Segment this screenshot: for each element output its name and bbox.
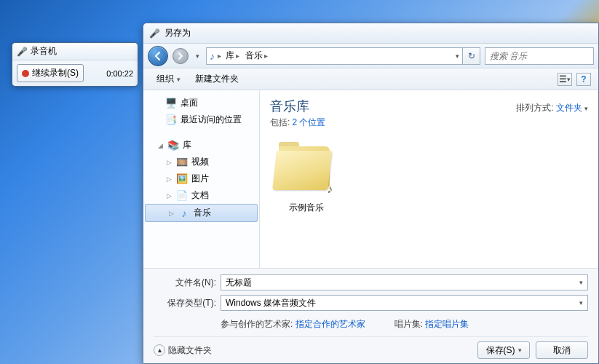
filetype-label: 保存类型(T): bbox=[154, 297, 216, 309]
search-box[interactable] bbox=[485, 47, 594, 65]
save-as-dialog: 🎤 另存为 ▾ ♪ ▸ 库 ▸ 音乐 ▸ ▾ ↻ 组织 ▾ bbox=[143, 23, 599, 364]
specify-album-link[interactable]: 指定唱片集 bbox=[425, 319, 469, 329]
tree-label: 文档 bbox=[191, 189, 209, 202]
filetype-value: Windows 媒体音频文件 bbox=[226, 297, 316, 309]
save-button-label: 保存(S) bbox=[486, 344, 515, 357]
tree-label: 桌面 bbox=[181, 97, 198, 109]
navigation-tree: 🖥️ 桌面 📑 最近访问的位置 ◢ 📚 库 ▷ 🎞️ 视频 ▷ 🖼️ 图 bbox=[143, 90, 260, 268]
search-input[interactable] bbox=[490, 51, 589, 61]
breadcrumb-separator: ▸ bbox=[218, 52, 221, 60]
nav-back-button[interactable] bbox=[148, 46, 168, 66]
arrow-right-icon bbox=[177, 52, 184, 60]
tree-item-music[interactable]: ▷ ♪ 音乐 bbox=[145, 204, 258, 222]
continue-recording-button[interactable]: 继续录制(S) bbox=[17, 64, 84, 82]
music-overlay-icon: ♪ bbox=[327, 183, 333, 196]
save-as-titlebar[interactable]: 🎤 另存为 bbox=[143, 23, 598, 44]
folder-label: 示例音乐 bbox=[270, 202, 343, 214]
album-label: 唱片集: bbox=[394, 319, 423, 329]
folder-sample-music[interactable]: ♪ 示例音乐 bbox=[270, 142, 343, 214]
content-panel: 音乐库 包括: 2 个位置 排列方式: 文件夹 ▾ bbox=[260, 90, 598, 268]
address-dropdown-icon[interactable]: ▾ bbox=[456, 52, 459, 60]
tree-label: 视频 bbox=[191, 156, 209, 168]
library-header: 音乐库 包括: 2 个位置 排列方式: 文件夹 ▾ bbox=[260, 90, 598, 133]
save-as-title: 另存为 bbox=[164, 27, 191, 39]
help-button[interactable]: ? bbox=[576, 73, 591, 86]
folder-icon: ♪ bbox=[274, 142, 338, 199]
sound-recorder-titlebar[interactable]: 🎤 录音机 bbox=[12, 43, 138, 60]
tree-item-library[interactable]: ◢ 📚 库 bbox=[143, 137, 259, 154]
sound-recorder-body: 继续录制(S) 0:00:22 bbox=[12, 60, 138, 86]
save-button[interactable]: 保存(S) ▾ bbox=[477, 341, 530, 359]
tree-label: 库 bbox=[183, 139, 191, 151]
view-options-button[interactable]: ☰▾ bbox=[558, 73, 572, 86]
cancel-button-label: 取消 bbox=[553, 344, 571, 357]
tree-label: 最近访问的位置 bbox=[181, 114, 242, 126]
file-items-area[interactable]: ♪ 示例音乐 bbox=[260, 133, 598, 268]
refresh-button[interactable]: ↻ bbox=[463, 47, 480, 65]
record-dot-icon bbox=[22, 70, 29, 77]
desktop-icon: 🖥️ bbox=[165, 98, 177, 109]
locations-link[interactable]: 2 个位置 bbox=[292, 117, 325, 127]
nav-history-dropdown[interactable]: ▾ bbox=[193, 48, 202, 64]
tree-item-recent[interactable]: 📑 最近访问的位置 bbox=[143, 111, 259, 128]
dialog-app-icon: 🎤 bbox=[149, 28, 160, 39]
music-icon: ♪ bbox=[178, 207, 190, 219]
dialog-button-row: ▴ 隐藏文件夹 保存(S) ▾ 取消 bbox=[154, 336, 588, 359]
expand-icon[interactable]: ▷ bbox=[167, 210, 175, 217]
chevron-down-icon[interactable]: ▾ bbox=[579, 299, 583, 306]
new-folder-button[interactable]: 新建文件夹 bbox=[189, 71, 245, 87]
tree-item-desktop[interactable]: 🖥️ 桌面 bbox=[143, 95, 259, 111]
save-form: 文件名(N): 无标题 ▾ 保存类型(T): Windows 媒体音频文件 ▾ … bbox=[143, 268, 598, 363]
main-panel: 🖥️ 桌面 📑 最近访问的位置 ◢ 📚 库 ▷ 🎞️ 视频 ▷ 🖼️ 图 bbox=[143, 90, 598, 268]
library-subtitle: 包括: 2 个位置 bbox=[270, 116, 325, 129]
filename-field[interactable]: 无标题 ▾ bbox=[221, 274, 588, 290]
filename-label: 文件名(N): bbox=[154, 277, 216, 289]
breadcrumb-library[interactable]: 库 ▸ bbox=[224, 50, 241, 62]
new-folder-label: 新建文件夹 bbox=[195, 73, 239, 85]
sound-recorder-window: 🎤 录音机 继续录制(S) 0:00:22 bbox=[12, 42, 138, 87]
expand-icon[interactable]: ▷ bbox=[165, 192, 172, 199]
view-icon: ☰ bbox=[559, 74, 567, 84]
filetype-dropdown[interactable]: Windows 媒体音频文件 ▾ bbox=[221, 295, 588, 311]
video-icon: 🎞️ bbox=[176, 157, 188, 168]
arrow-left-icon bbox=[153, 51, 163, 61]
tree-item-documents[interactable]: ▷ 📄 文档 bbox=[143, 187, 259, 204]
artists-label: 参与创作的艺术家: bbox=[221, 319, 293, 329]
chevron-down-icon: ▾ bbox=[177, 76, 181, 83]
sound-recorder-title: 录音机 bbox=[31, 45, 57, 58]
tree-item-videos[interactable]: ▷ 🎞️ 视频 bbox=[143, 154, 259, 170]
chevron-down-icon: ▾ bbox=[584, 105, 588, 112]
filename-value: 无标题 bbox=[226, 277, 252, 289]
tree-label: 图片 bbox=[191, 173, 209, 185]
specify-artists-link[interactable]: 指定合作的艺术家 bbox=[295, 319, 365, 329]
library-title: 音乐库 bbox=[270, 98, 325, 115]
hide-folders-toggle[interactable]: ▴ 隐藏文件夹 bbox=[154, 344, 212, 357]
expand-icon[interactable]: ▷ bbox=[165, 159, 172, 166]
tree-label: 音乐 bbox=[194, 207, 211, 219]
metadata-row: 参与创作的艺术家: 指定合作的艺术家 唱片集: 指定唱片集 bbox=[154, 315, 588, 336]
collapse-icon[interactable]: ◢ bbox=[156, 142, 164, 149]
microphone-icon: 🎤 bbox=[17, 47, 28, 57]
cancel-button[interactable]: 取消 bbox=[536, 341, 588, 359]
continue-recording-label: 继续录制(S) bbox=[32, 67, 79, 79]
music-note-icon: ♪ bbox=[210, 50, 215, 62]
navigation-bar: ▾ ♪ ▸ 库 ▸ 音乐 ▸ ▾ ↻ bbox=[143, 44, 598, 68]
chevron-down-icon[interactable]: ▾ bbox=[579, 279, 583, 286]
organize-label: 组织 bbox=[156, 73, 174, 85]
arrange-by: 排列方式: 文件夹 ▾ bbox=[516, 98, 588, 114]
breadcrumb-music[interactable]: 音乐 ▸ bbox=[244, 50, 269, 62]
expand-icon[interactable]: ▷ bbox=[165, 175, 172, 183]
recent-icon: 📑 bbox=[165, 114, 177, 126]
pictures-icon: 🖼️ bbox=[176, 173, 188, 185]
tree-item-pictures[interactable]: ▷ 🖼️ 图片 bbox=[143, 170, 259, 187]
documents-icon: 📄 bbox=[176, 190, 188, 202]
chevron-down-icon: ▾ bbox=[518, 347, 522, 354]
help-icon: ? bbox=[581, 74, 586, 84]
recording-time: 0:00:22 bbox=[106, 69, 133, 78]
address-bar[interactable]: ♪ ▸ 库 ▸ 音乐 ▸ ▾ bbox=[206, 47, 463, 65]
organize-menu[interactable]: 组织 ▾ bbox=[151, 71, 186, 87]
nav-forward-button[interactable] bbox=[172, 48, 189, 64]
arrange-by-link[interactable]: 文件夹 ▾ bbox=[556, 103, 588, 113]
toolbar: 组织 ▾ 新建文件夹 ☰▾ ? bbox=[143, 68, 598, 90]
hide-folders-label: 隐藏文件夹 bbox=[168, 344, 212, 357]
